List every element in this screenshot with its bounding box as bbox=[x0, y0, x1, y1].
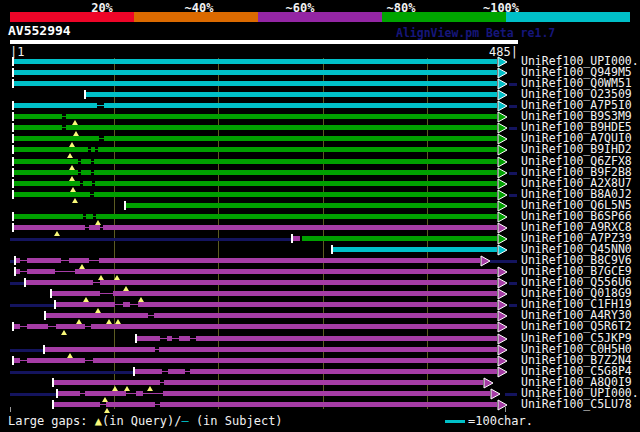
alignment-start-tick bbox=[12, 57, 14, 66]
gridline-2 bbox=[323, 58, 324, 409]
alignment-start-tick bbox=[12, 190, 14, 199]
axis-tick-0 bbox=[10, 407, 11, 412]
alignment-start-tick bbox=[135, 334, 137, 343]
alignment-bar[interactable] bbox=[12, 114, 497, 119]
gridline-3 bbox=[427, 58, 428, 409]
scale-segment-20 bbox=[10, 12, 134, 22]
alignment-bar[interactable] bbox=[12, 81, 497, 86]
watermark-text: AlignView.pm Beta re1.7 bbox=[396, 26, 555, 40]
scale-label-1: ~40% bbox=[185, 1, 214, 15]
subject-gap-dash bbox=[160, 382, 164, 383]
alignment-bar[interactable] bbox=[302, 236, 497, 241]
subject-gap-dash bbox=[93, 282, 100, 283]
subject-gap-dash bbox=[155, 349, 159, 350]
legend-text-1: Large gaps: bbox=[8, 414, 95, 428]
alignment-bar[interactable] bbox=[12, 136, 497, 141]
alignment-start-tick bbox=[44, 311, 46, 320]
query-gap-triangle-icon: ▲ bbox=[95, 414, 102, 428]
alignment-bar[interactable] bbox=[44, 347, 497, 352]
alignment-bar[interactable] bbox=[12, 170, 497, 175]
alignment-bar[interactable] bbox=[12, 159, 497, 164]
alignment-start-tick bbox=[12, 212, 14, 221]
alignment-bar[interactable] bbox=[53, 402, 497, 407]
legend-text-2: (in Query)/ bbox=[102, 414, 181, 428]
legend-text-3: (in Subject) bbox=[189, 414, 283, 428]
subject-gap-dash bbox=[20, 260, 27, 261]
subject-gap-dash bbox=[78, 172, 81, 173]
subject-gap-dash bbox=[20, 360, 27, 361]
alignment-arrowhead-icon bbox=[497, 366, 509, 378]
alignment-bar[interactable] bbox=[12, 147, 497, 152]
subject-gap-dash-icon: — bbox=[181, 414, 188, 428]
subject-gap-dash bbox=[126, 393, 136, 394]
alignment-arrowhead-icon bbox=[497, 244, 509, 256]
alignment-bar[interactable] bbox=[12, 192, 497, 197]
alignment-bar[interactable] bbox=[293, 236, 300, 241]
alignment-start-tick bbox=[12, 179, 14, 188]
scale-segment-100 bbox=[506, 12, 630, 22]
subject-extent-line bbox=[490, 260, 517, 263]
alignment-bar[interactable] bbox=[57, 391, 490, 396]
alignment-bar[interactable] bbox=[12, 70, 497, 75]
subject-gap-dash bbox=[155, 404, 160, 405]
subject-extent-line bbox=[505, 393, 517, 396]
subject-gap-dash bbox=[62, 116, 66, 117]
hit-label[interactable]: UniRef100_C5LU78 bbox=[521, 399, 632, 410]
gridline-1 bbox=[218, 58, 219, 409]
gridline-0 bbox=[114, 58, 115, 409]
alignment-arrowhead-icon bbox=[497, 321, 509, 333]
alignment-arrowhead-icon bbox=[497, 144, 509, 156]
subject-extent-line bbox=[10, 282, 24, 285]
subject-extent-line bbox=[10, 304, 54, 307]
subject-gap-dash bbox=[130, 304, 138, 305]
alignment-start-tick bbox=[54, 300, 56, 309]
alignment-start-tick bbox=[52, 400, 54, 409]
query-title: AV552994 bbox=[8, 23, 71, 38]
alignment-bar[interactable] bbox=[45, 313, 497, 318]
scale-label-0: 20% bbox=[91, 1, 113, 15]
subject-gap-dash bbox=[89, 260, 99, 261]
alignment-bar[interactable] bbox=[14, 269, 497, 274]
alignment-bar[interactable] bbox=[12, 181, 497, 186]
alignment-bar[interactable] bbox=[51, 291, 497, 296]
subject-gap-dash bbox=[62, 127, 66, 128]
alignment-bar[interactable] bbox=[85, 92, 497, 97]
alignment-start-tick bbox=[12, 223, 14, 232]
subject-gap-dash bbox=[93, 216, 96, 217]
subject-gap-dash bbox=[85, 326, 91, 327]
subject-extent-line bbox=[10, 238, 291, 241]
subject-gap-dash bbox=[148, 315, 154, 316]
subject-extent-line bbox=[509, 194, 517, 197]
subject-gap-dash bbox=[78, 161, 81, 162]
alignment-start-tick bbox=[24, 278, 26, 287]
alignment-start-tick bbox=[14, 256, 16, 265]
alignment-start-tick bbox=[12, 322, 14, 331]
subject-gap-dash bbox=[162, 371, 168, 372]
subject-extent-line bbox=[509, 105, 517, 108]
query-gap-triangle-icon bbox=[67, 153, 73, 158]
query-gap-triangle-icon bbox=[104, 408, 110, 413]
scale-label-2: ~60% bbox=[286, 1, 315, 15]
alignment-bar[interactable] bbox=[332, 247, 497, 252]
scale-sample-line bbox=[445, 420, 465, 423]
subject-gap-dash bbox=[85, 227, 89, 228]
alignment-start-tick bbox=[52, 378, 54, 387]
scale-segment-60 bbox=[258, 12, 382, 22]
subject-extent-line bbox=[509, 282, 517, 285]
alignment-start-tick bbox=[12, 68, 14, 77]
gaps-legend: Large gaps: ▲(in Query)/— (in Subject) bbox=[8, 414, 283, 428]
alignment-bar[interactable] bbox=[12, 103, 497, 108]
alignment-bar[interactable] bbox=[53, 380, 483, 385]
alignment-bar[interactable] bbox=[125, 203, 497, 208]
alignment-bar[interactable] bbox=[12, 59, 497, 64]
alignment-start-tick bbox=[12, 168, 14, 177]
alignment-start-tick bbox=[12, 356, 14, 365]
alignment-bar[interactable] bbox=[14, 258, 480, 263]
subject-gap-dash bbox=[83, 216, 86, 217]
alignment-arrowhead-icon bbox=[480, 255, 492, 267]
subject-gap-dash bbox=[91, 172, 94, 173]
subject-gap-dash bbox=[80, 393, 85, 394]
alignment-bar[interactable] bbox=[12, 125, 497, 130]
subject-extent-line bbox=[10, 371, 133, 374]
subject-gap-dash bbox=[92, 183, 95, 184]
